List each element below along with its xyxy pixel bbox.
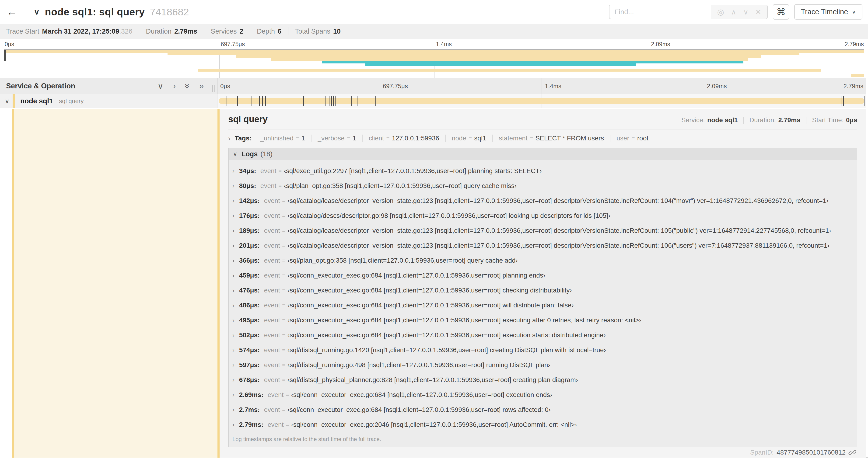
minimap-span-bar	[198, 69, 821, 72]
view-options-dropdown[interactable]: Trace Timeline ∨	[794, 4, 862, 20]
find-prev-icon[interactable]: ∧	[731, 8, 736, 16]
logs-header[interactable]: ∨ Logs (18)	[229, 148, 857, 160]
minimap-span-bar	[236, 55, 761, 58]
log-row[interactable]: ›495μs:event=‹sql/conn_executor_exec.go:…	[229, 313, 857, 328]
log-row[interactable]: ›80μs:event=‹sql/plan_opt.go:358 [nsql1,…	[229, 178, 857, 193]
deep-link-icon[interactable]	[848, 449, 856, 456]
collapse-one-chevron-down-icon[interactable]: ∨	[157, 81, 163, 91]
log-event-tick	[351, 96, 352, 106]
chevron-right-icon: ›	[232, 302, 235, 309]
service-value: node sql1	[707, 117, 738, 124]
span-row-timeline-cell[interactable]	[217, 94, 866, 108]
span-chevron-down-icon[interactable]: ∨	[5, 97, 12, 104]
tag-key: node	[452, 135, 466, 142]
log-event-tick	[237, 96, 238, 106]
log-row[interactable]: ›486μs:event=‹sql/conn_executor_exec.go:…	[229, 298, 857, 313]
span-detail-header[interactable]: sql query Service: node sql1 Duration: 2…	[228, 114, 857, 124]
log-field-key: event	[264, 242, 280, 249]
log-event-tick	[262, 96, 263, 106]
find-clear-icon[interactable]: ✕	[755, 8, 761, 16]
top-bar: ← ∨ node sql1: sql query 7418682 ◎ ∧ ∨ ✕…	[0, 0, 868, 24]
tags-list: _unfinished=1_verbose=1client=127.0.0.1:…	[254, 135, 654, 142]
log-event-tick	[325, 96, 326, 106]
log-field-key: event	[264, 212, 280, 220]
find-input[interactable]	[609, 5, 711, 19]
equals-sign: =	[282, 317, 285, 324]
title-chevron-down-icon[interactable]: ∨	[34, 7, 40, 16]
span-bar[interactable]	[219, 98, 864, 104]
log-row[interactable]: ›2.69ms:event=‹sql/conn_executor_exec.go…	[229, 387, 857, 402]
chevron-down-icon: ∨	[233, 151, 237, 157]
tag-value: 127.0.0.1:59936	[392, 135, 439, 142]
total-spans-value: 10	[333, 28, 341, 35]
chevron-right-icon: ›	[232, 332, 235, 339]
log-row[interactable]: ›574μs:event=‹sql/distsql_running.go:142…	[229, 342, 857, 358]
log-row[interactable]: ›502μs:event=‹sql/conn_executor_exec.go:…	[229, 328, 857, 342]
log-event-tick	[375, 96, 376, 106]
tag-item: client=127.0.0.1:59936	[362, 135, 445, 142]
log-field-key: event	[264, 302, 280, 309]
log-value: ‹sql/distsql_physical_planner.go:828 [ns…	[287, 376, 578, 384]
log-row[interactable]: ›476μs:event=‹sql/conn_executor_exec.go:…	[229, 283, 857, 298]
span-detail-panel: sql query Service: node sql1 Duration: 2…	[217, 109, 866, 458]
log-event-tick	[303, 96, 304, 106]
tag-key: client	[369, 135, 384, 142]
log-row[interactable]: ›2.79ms:event=‹sql/conn_executor_exec.go…	[229, 417, 857, 432]
span-row-name-cell[interactable]: ∨ node sql1 sql query	[0, 94, 217, 108]
equals-sign: =	[530, 135, 533, 141]
equals-sign: =	[468, 135, 472, 141]
locate-icon[interactable]: ◎	[717, 7, 724, 17]
log-value: ‹sql/catalog/lease/descriptor_version_st…	[287, 242, 830, 249]
equals-sign: =	[282, 302, 285, 308]
span-service-name: node sql1	[20, 97, 53, 105]
log-timestamp: 476μs:	[239, 287, 260, 294]
log-row[interactable]: ›597μs:event=‹sql/distsql_running.go:498…	[229, 358, 857, 372]
divider	[806, 117, 806, 124]
log-timestamp: 2.7ms:	[239, 406, 260, 414]
log-event-tick	[333, 96, 334, 106]
minimap-tick: 0μs	[5, 39, 14, 50]
command-icon: ⌘	[776, 6, 786, 17]
chevron-right-icon: ›	[232, 197, 235, 204]
span-operation-name: sql query	[59, 97, 84, 105]
log-field-key: event	[264, 257, 280, 264]
span-detail-meta: Service: node sql1 Duration: 2.79ms Star…	[681, 117, 857, 124]
chevron-right-icon: ›	[232, 272, 235, 279]
total-spans-label: Total Spans	[295, 28, 331, 35]
tags-accordion[interactable]: › Tags: _unfinished=1_verbose=1client=12…	[228, 129, 857, 145]
log-row[interactable]: ›201μs:event=‹sql/catalog/lease/descript…	[229, 238, 857, 253]
log-row[interactable]: ›2.7ms:event=‹sql/conn_executor_exec.go:…	[229, 402, 857, 417]
log-row[interactable]: ›34μs:event=‹sql/exec_util.go:2297 [nsql…	[229, 163, 857, 178]
chevron-right-icon: ›	[228, 135, 230, 142]
minimap-tick: 1.4ms	[436, 39, 452, 50]
keyboard-shortcuts-button[interactable]: ⌘	[773, 4, 789, 20]
log-row[interactable]: ›678μs:event=‹sql/distsql_physical_plann…	[229, 372, 857, 387]
collapse-all-double-chevron-down-icon[interactable]: »	[183, 84, 192, 88]
minimap-drag-handle[interactable]	[4, 50, 6, 61]
trace-stats-bar: Trace Start March 31 2022, 17:25:09 .326…	[0, 24, 868, 39]
find-next-icon[interactable]: ∨	[743, 8, 748, 16]
log-row[interactable]: ›366μs:event=‹sql/plan_opt.go:358 [nsql1…	[229, 253, 857, 268]
column-resize-grip[interactable]	[212, 85, 215, 92]
log-value: ‹sql/distsql_running.go:1420 [nsql1,clie…	[287, 346, 606, 354]
log-value: ‹sql/conn_executor_exec.go:684 [nsql1,cl…	[287, 272, 545, 279]
chevron-right-icon: ›	[232, 406, 235, 414]
tags-label: Tags:	[235, 135, 252, 142]
minimap-span-bar	[365, 63, 636, 66]
expand-one-chevron-right-icon[interactable]: ›	[173, 81, 176, 91]
log-row[interactable]: ›189μs:event=‹sql/catalog/lease/descript…	[229, 223, 857, 238]
equals-sign: =	[282, 272, 285, 279]
start-time-value: 0μs	[846, 117, 857, 124]
span-detail-footer: SpanID: 4877749850101760812	[228, 447, 857, 458]
span-row[interactable]: ∨ node sql1 sql query	[0, 94, 866, 108]
expand-all-double-chevron-right-icon[interactable]: »	[199, 81, 204, 91]
minimap-canvas[interactable]	[4, 50, 864, 78]
back-button[interactable]: ←	[0, 0, 24, 24]
log-row[interactable]: ›459μs:event=‹sql/conn_executor_exec.go:…	[229, 268, 857, 283]
divider	[204, 27, 204, 35]
tag-value: root	[637, 135, 648, 142]
logs-footnote: Log timestamps are relative to the start…	[229, 432, 857, 447]
log-row[interactable]: ›176μs:event=‹sql/catalog/descs/descript…	[229, 208, 857, 223]
equals-sign: =	[282, 377, 285, 383]
log-row[interactable]: ›142μs:event=‹sql/catalog/lease/descript…	[229, 193, 857, 208]
